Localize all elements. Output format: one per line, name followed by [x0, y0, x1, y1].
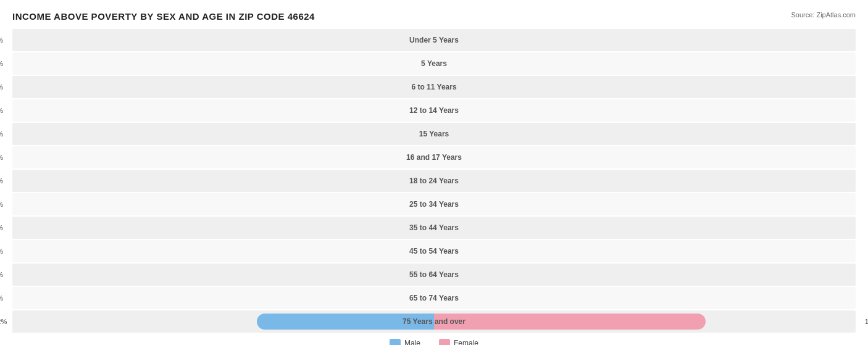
male-value: 0.0% — [0, 201, 3, 208]
legend: Male Female — [12, 339, 856, 345]
male-value: 0.0% — [0, 224, 3, 231]
legend-female: Female — [439, 339, 478, 345]
bar-row: 0.0%18 to 24 Years0.0% — [12, 170, 856, 192]
bar-row: 0.0%25 to 34 Years0.0% — [12, 193, 856, 215]
bar-row: 0.0%65 to 74 Years0.0% — [12, 287, 856, 309]
female-value: 100.0% — [865, 318, 868, 325]
male-bar — [257, 314, 434, 330]
male-value: 0.0% — [0, 36, 3, 44]
female-swatch — [439, 339, 450, 345]
male-value: 0.0% — [0, 271, 3, 278]
chart-header: INCOME ABOVE POVERTY BY SEX AND AGE IN Z… — [12, 11, 856, 22]
bar-row: 0.0%45 to 54 Years0.0% — [12, 240, 856, 262]
male-value: 0.0% — [0, 247, 3, 255]
male-value: 0.0% — [0, 130, 3, 138]
chart-source: Source: ZipAtlas.com — [791, 11, 856, 19]
female-label: Female — [454, 339, 478, 345]
male-value: 0.0% — [0, 154, 3, 161]
bar-row: 0.0%12 to 14 Years0.0% — [12, 99, 856, 122]
male-value: 65.2% — [0, 318, 7, 325]
male-value: 0.0% — [0, 294, 3, 302]
bar-row: 0.0%15 Years0.0% — [12, 123, 856, 145]
chart-container: INCOME ABOVE POVERTY BY SEX AND AGE IN Z… — [0, 0, 868, 345]
male-value: 0.0% — [0, 60, 3, 67]
female-bar — [434, 314, 706, 330]
male-label: Male — [404, 339, 420, 345]
bar-row: 0.0%6 to 11 Years0.0% — [12, 76, 856, 98]
chart-area: 0.0%Under 5 Years0.0%0.0%5 Years0.0%0.0%… — [12, 29, 856, 333]
bar-row: 0.0%16 and 17 Years0.0% — [12, 146, 856, 168]
chart-title: INCOME ABOVE POVERTY BY SEX AND AGE IN Z… — [12, 11, 315, 22]
bar-row: 0.0%55 to 64 Years0.0% — [12, 264, 856, 286]
bar-row: 0.0%35 to 44 Years0.0% — [12, 217, 856, 239]
bar-row: 65.2%75 Years and over100.0% — [12, 310, 856, 333]
legend-male: Male — [390, 339, 420, 345]
male-swatch — [390, 339, 401, 345]
male-value: 0.0% — [0, 83, 3, 91]
male-value: 0.0% — [0, 107, 3, 114]
male-value: 0.0% — [0, 177, 3, 185]
bar-row: 0.0%5 Years0.0% — [12, 52, 856, 75]
bar-row: 0.0%Under 5 Years0.0% — [12, 29, 856, 51]
